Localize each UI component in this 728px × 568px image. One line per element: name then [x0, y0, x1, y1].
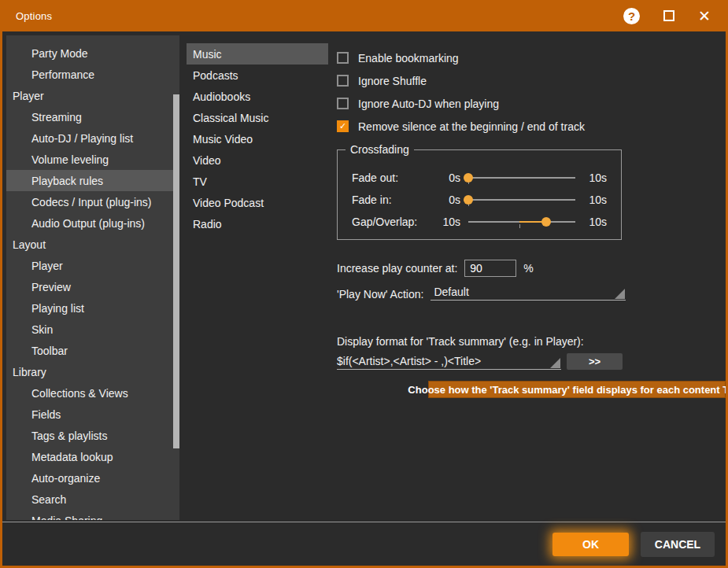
- maximize-icon[interactable]: [663, 10, 674, 21]
- sidebar-item-volume-leveling[interactable]: Volume leveling: [6, 149, 179, 170]
- checkbox-unchecked-icon[interactable]: [337, 98, 349, 109]
- sidebar-item-fields[interactable]: Fields: [6, 404, 179, 425]
- play-counter-row: Increase play counter at: %: [337, 259, 534, 277]
- checkbox-label: Enable bookmarking: [358, 52, 459, 65]
- checkbox-unchecked-icon[interactable]: [337, 52, 349, 64]
- dialog-body: Party Mode Performance Player Streaming …: [2, 31, 726, 566]
- sidebar-item-party-mode[interactable]: Party Mode: [6, 42, 179, 64]
- display-format-value: $if(<Artist>,<Artist> - ,)<Title>: [337, 355, 481, 367]
- play-counter-input[interactable]: [464, 260, 516, 277]
- sidebar-item-search[interactable]: Search: [6, 489, 179, 510]
- fade-out-slider[interactable]: [468, 172, 575, 183]
- content-type-video[interactable]: Video: [187, 149, 328, 171]
- dropdown-corner-icon: [615, 289, 625, 299]
- sidebar-section-player[interactable]: Player: [6, 85, 179, 106]
- play-counter-label: Increase play counter at:: [337, 262, 457, 275]
- sidebar-item-auto-dj[interactable]: Auto-DJ / Playing list: [6, 127, 179, 149]
- display-format-label: Display format for 'Track summary' (e.g.…: [337, 335, 584, 348]
- sidebar-item-metadata-lookup[interactable]: Metadata lookup: [6, 446, 179, 467]
- close-icon[interactable]: ✕: [698, 9, 711, 24]
- sidebar-list: Party Mode Performance Player Streaming …: [6, 35, 179, 520]
- checkbox-row-ignore-auto-dj[interactable]: Ignore Auto-DJ when playing: [337, 92, 585, 115]
- titlebar: Options ? ✕: [0, 0, 728, 31]
- display-format-row: $if(<Artist>,<Artist> - ,)<Title> >>: [337, 352, 623, 370]
- sidebar-item-preview[interactable]: Preview: [6, 276, 179, 297]
- options-dialog: Options ? ✕ Party Mode Performance Playe…: [0, 0, 728, 568]
- sidebar-item-performance[interactable]: Performance: [6, 64, 179, 85]
- content-type-tv[interactable]: TV: [187, 171, 328, 192]
- sidebar-item-auto-organize[interactable]: Auto-organize: [6, 467, 179, 489]
- content-type-audiobooks[interactable]: Audiobooks: [187, 86, 328, 107]
- format-more-button[interactable]: >>: [567, 353, 623, 370]
- sidebar-item-streaming[interactable]: Streaming: [6, 106, 179, 127]
- sidebar-item-toolbar[interactable]: Toolbar: [6, 340, 179, 361]
- sidebar-section-layout[interactable]: Layout: [6, 234, 179, 255]
- sidebar-item-skin[interactable]: Skin: [6, 319, 179, 340]
- sidebar-item-media-sharing[interactable]: Media Sharing: [6, 510, 179, 520]
- sidebar-item-player[interactable]: Player: [6, 255, 179, 276]
- display-format-combo[interactable]: $if(<Artist>,<Artist> - ,)<Title>: [337, 352, 561, 370]
- content-type-classical-music[interactable]: Classical Music: [187, 107, 328, 128]
- content-type-video-podcast[interactable]: Video Podcast: [187, 192, 328, 213]
- crossfading-groupbox: Crossfading Fade out: 0s 10s Fade in: 0s: [337, 149, 622, 240]
- fade-out-value: 0s: [435, 172, 460, 184]
- content-type-podcasts[interactable]: Podcasts: [187, 65, 328, 86]
- sidebar-item-playing-list[interactable]: Playing list: [6, 297, 179, 319]
- play-counter-suffix: %: [523, 262, 533, 275]
- fade-out-max: 10s: [583, 172, 607, 184]
- fade-in-label: Fade in:: [352, 194, 435, 206]
- fade-in-value: 0s: [435, 194, 460, 206]
- slider-track-line: [468, 177, 575, 179]
- cancel-button[interactable]: CANCEL: [641, 532, 715, 557]
- content-type-music[interactable]: Music: [187, 43, 328, 65]
- titlebar-controls: ? ✕: [623, 8, 711, 24]
- sidebar-section-library[interactable]: Library: [6, 361, 179, 382]
- slider-track-line: [468, 199, 575, 201]
- sidebar-item-codecs-input[interactable]: Codecs / Input (plug-ins): [6, 191, 179, 212]
- fade-in-slider-thumb[interactable]: [464, 195, 473, 205]
- help-icon[interactable]: ?: [623, 8, 640, 24]
- ok-button[interactable]: OK: [552, 533, 629, 556]
- sidebar-item-audio-output[interactable]: Audio Output (plug-ins): [6, 212, 179, 234]
- fade-in-row: Fade in: 0s 10s: [352, 189, 607, 211]
- gap-overlap-slider[interactable]: [468, 216, 575, 227]
- sidebar-item-playback-rules[interactable]: Playback rules: [6, 170, 179, 191]
- checkbox-row-enable-bookmarking[interactable]: Enable bookmarking: [337, 46, 585, 69]
- play-now-row: 'Play Now' Action: Default: [337, 283, 626, 301]
- play-now-label: 'Play Now' Action:: [337, 288, 423, 301]
- checkbox-group: Enable bookmarking Ignore Shuffle Ignore…: [337, 46, 585, 138]
- fade-out-row: Fade out: 0s 10s: [352, 167, 607, 189]
- sidebar-scrollbar-thumb[interactable]: [173, 94, 179, 448]
- checkbox-label: Remove silence at the beginning / end of…: [358, 120, 585, 133]
- sidebar-item-collections-views[interactable]: Collections & Views: [6, 382, 179, 404]
- sidebar-nav: Party Mode Performance Player Streaming …: [6, 35, 179, 520]
- checkbox-label: Ignore Auto-DJ when playing: [358, 98, 499, 110]
- content-type-music-video[interactable]: Music Video: [187, 128, 328, 149]
- sidebar-item-tags-playlists[interactable]: Tags & playlists: [6, 425, 179, 446]
- checkbox-row-remove-silence[interactable]: ✓ Remove silence at the beginning / end …: [337, 115, 585, 138]
- play-now-selected-value: Default: [434, 286, 468, 298]
- fade-out-slider-thumb[interactable]: [464, 173, 473, 183]
- checkbox-checked-icon[interactable]: ✓: [337, 120, 349, 132]
- fade-in-max: 10s: [583, 194, 607, 206]
- checkbox-row-ignore-shuffle[interactable]: Ignore Shuffle: [337, 69, 585, 92]
- checkbox-label: Ignore Shuffle: [358, 75, 427, 87]
- dropdown-corner-icon: [550, 358, 560, 368]
- settings-panel: Enable bookmarking Ignore Shuffle Ignore…: [337, 31, 726, 522]
- fade-in-slider[interactable]: [468, 194, 575, 205]
- footer-bar: OK CANCEL: [2, 522, 726, 566]
- gap-overlap-max: 10s: [583, 216, 607, 228]
- gap-overlap-row: Gap/Overlap: 10s 10s: [352, 211, 607, 233]
- window-title: Options: [16, 10, 52, 22]
- gap-overlap-value: 10s: [435, 216, 460, 228]
- play-now-dropdown[interactable]: Default: [431, 283, 626, 301]
- gap-overlap-slider-thumb[interactable]: [541, 217, 551, 227]
- checkbox-unchecked-icon[interactable]: [337, 75, 349, 87]
- gap-overlap-label: Gap/Overlap:: [352, 216, 435, 228]
- fade-out-label: Fade out:: [352, 172, 435, 184]
- crossfading-legend: Crossfading: [346, 143, 414, 156]
- sidebar-scrollbar[interactable]: [173, 35, 179, 520]
- tooltip: Choose how the 'Track summary' field dis…: [428, 381, 726, 398]
- content-type-radio[interactable]: Radio: [187, 213, 328, 234]
- content-type-list: Music Podcasts Audiobooks Classical Musi…: [187, 43, 328, 234]
